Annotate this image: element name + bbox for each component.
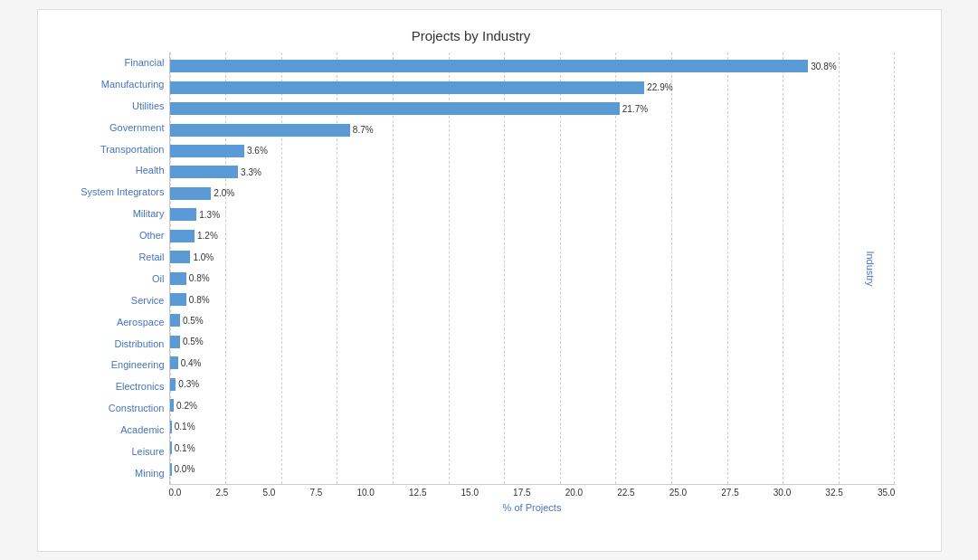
y-label: Other <box>47 231 165 241</box>
bar-row: 2.0% <box>170 185 896 202</box>
bar-row: 0.5% <box>170 334 896 350</box>
bar-row: 30.8% <box>170 58 896 74</box>
bar <box>170 314 180 327</box>
chart-area: FinancialManufacturingUtilitiesGovernmen… <box>47 52 896 485</box>
bar <box>170 421 172 433</box>
bar-value-label: 0.4% <box>181 358 202 368</box>
bar-value-label: 0.3% <box>178 379 199 389</box>
x-axis-label: 25.0 <box>669 488 687 498</box>
x-axis-labels: 0.02.55.07.510.012.515.017.520.022.525.0… <box>169 488 896 498</box>
bar-value-label: 8.7% <box>353 125 374 135</box>
bar-row: 21.7% <box>170 100 896 117</box>
x-axis-label: 2.5 <box>215 488 228 498</box>
bar-row: 0.4% <box>170 355 896 371</box>
x-axis-label: 7.5 <box>309 488 322 498</box>
bar-row: 0.1% <box>170 440 896 456</box>
y-label: System Integrators <box>47 187 165 197</box>
bar-value-label: 0.5% <box>183 316 204 326</box>
bar-value-label: 0.2% <box>176 401 197 411</box>
y-label: Construction <box>47 403 165 413</box>
bar <box>170 272 186 285</box>
bar-row: 0.0% <box>170 461 896 478</box>
bar <box>170 81 645 94</box>
bar <box>170 251 191 263</box>
x-axis-label: 20.0 <box>565 488 583 498</box>
x-axis-label: 27.5 <box>721 488 738 498</box>
x-axis-title: % of Projects <box>169 502 896 513</box>
bar-row: 0.5% <box>170 312 896 328</box>
plot-area: 30.8%22.9%21.7%8.7%3.6%3.3%2.0%1.3%1.2%1… <box>169 52 896 485</box>
bar-value-label: 3.6% <box>247 146 268 156</box>
y-label: Engineering <box>47 360 165 370</box>
y-label: Financial <box>47 58 165 68</box>
y-label: Leisure <box>47 447 165 457</box>
y-label: Utilities <box>47 101 165 111</box>
bar <box>170 102 620 115</box>
bar <box>170 145 244 157</box>
y-label: Health <box>47 166 165 176</box>
x-axis-label: 5.0 <box>262 488 275 498</box>
bar-value-label: 30.8% <box>811 62 836 71</box>
x-axis-label: 15.0 <box>461 488 479 498</box>
bar-value-label: 0.8% <box>189 295 210 305</box>
x-axis-label: 35.0 <box>878 488 895 498</box>
bar-row: 1.3% <box>170 206 896 223</box>
bar-value-label: 0.0% <box>175 464 195 474</box>
y-label: Military <box>47 209 165 219</box>
bar-row: 3.3% <box>170 164 896 180</box>
x-axis-label: 30.0 <box>774 488 791 498</box>
y-label: Service <box>47 296 165 306</box>
y-label: Oil <box>47 274 165 284</box>
bar-row: 0.8% <box>170 271 896 287</box>
bar <box>170 293 186 306</box>
bar-row: 22.9% <box>170 80 896 96</box>
bars-container: 30.8%22.9%21.7%8.7%3.6%3.3%2.0%1.3%1.2%1… <box>170 52 896 484</box>
y-label: Retail <box>47 252 165 262</box>
y-label: Aerospace <box>47 318 165 327</box>
bar <box>170 124 350 137</box>
bar-row: 0.3% <box>170 376 896 393</box>
bar <box>170 378 176 391</box>
bar <box>170 60 809 72</box>
bar-value-label: 3.3% <box>241 167 261 177</box>
bar-value-label: 0.1% <box>175 443 195 453</box>
bar-value-label: 2.0% <box>214 188 234 198</box>
bar-row: 1.2% <box>170 228 896 244</box>
bar <box>170 356 178 369</box>
bar-row: 1.0% <box>170 249 896 265</box>
bar-value-label: 1.3% <box>199 210 220 220</box>
x-axis-label: 12.5 <box>409 488 426 498</box>
y-label: Government <box>47 123 165 133</box>
y-label: Distribution <box>47 339 165 349</box>
bar-row: 0.1% <box>170 419 896 435</box>
y-label: Transportation <box>47 145 165 155</box>
bar <box>170 441 172 454</box>
chart-title: Projects by Industry <box>47 28 896 43</box>
bar <box>170 230 195 242</box>
y-labels: FinancialManufacturingUtilitiesGovernmen… <box>47 52 169 485</box>
y-axis-title: Industry <box>865 251 876 286</box>
bar-value-label: 0.8% <box>189 273 210 283</box>
bar-value-label: 1.0% <box>193 252 214 262</box>
bar <box>170 187 212 200</box>
bar-value-label: 0.5% <box>183 337 204 346</box>
x-axis-label: 10.0 <box>356 488 374 498</box>
bar <box>170 463 172 476</box>
y-label: Mining <box>47 469 165 479</box>
chart-container: Projects by Industry FinancialManufactur… <box>37 9 942 552</box>
bar-value-label: 21.7% <box>622 104 648 114</box>
x-axis-label: 17.5 <box>513 488 530 498</box>
bar-row: 3.6% <box>170 143 896 159</box>
bar-value-label: 0.1% <box>175 422 195 432</box>
bar-value-label: 22.9% <box>647 82 672 92</box>
bar-row: 8.7% <box>170 122 896 138</box>
bar <box>170 336 180 348</box>
bar <box>170 208 197 221</box>
x-axis-label: 0.0 <box>169 488 182 498</box>
bar <box>170 166 239 178</box>
y-label: Electronics <box>47 382 165 392</box>
bar <box>170 399 175 412</box>
bar-row: 0.2% <box>170 397 896 413</box>
y-label: Manufacturing <box>47 80 165 90</box>
x-axis-label: 32.5 <box>825 488 842 498</box>
